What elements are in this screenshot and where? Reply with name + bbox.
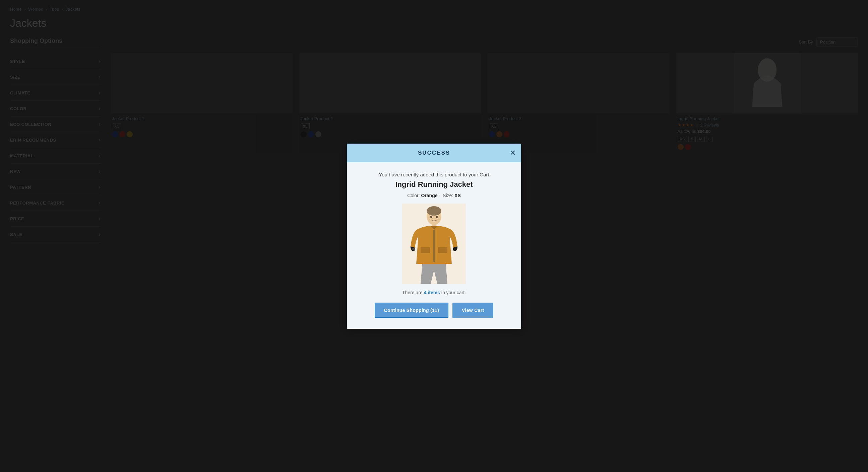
modal-attrs: Color: Orange Size: XS	[359, 193, 509, 198]
modal-header: SUCCESS ✕	[347, 144, 521, 162]
svg-point-9	[430, 215, 432, 218]
modal-title: SUCCESS	[418, 149, 450, 156]
svg-rect-8	[438, 247, 447, 253]
svg-point-10	[436, 215, 438, 218]
svg-rect-11	[411, 248, 415, 250]
size-value: XS	[455, 193, 461, 198]
modal-body: You have recently added this product to …	[347, 162, 521, 329]
svg-rect-7	[421, 247, 430, 253]
cart-items-link[interactable]: 4 items	[424, 290, 440, 295]
modal: SUCCESS ✕ You have recently added this p…	[347, 144, 521, 329]
view-cart-button[interactable]: View Cart	[453, 303, 493, 318]
modal-product-name: Ingrid Running Jacket	[359, 180, 509, 189]
modal-cart-info: There are 4 items in your cart.	[359, 290, 509, 295]
modal-close-button[interactable]: ✕	[510, 149, 516, 157]
modal-overlay: SUCCESS ✕ You have recently added this p…	[0, 0, 868, 472]
modal-product-image	[402, 204, 466, 284]
color-value: Orange	[421, 193, 437, 198]
continue-shopping-button[interactable]: Continue Shopping (11)	[375, 303, 448, 318]
modal-subtitle: You have recently added this product to …	[359, 172, 509, 177]
size-label: Size:	[443, 193, 453, 198]
svg-point-4	[427, 206, 441, 215]
color-label: Color:	[407, 193, 420, 198]
modal-product-image-container	[359, 204, 509, 284]
modal-actions: Continue Shopping (11) View Cart	[359, 303, 509, 318]
